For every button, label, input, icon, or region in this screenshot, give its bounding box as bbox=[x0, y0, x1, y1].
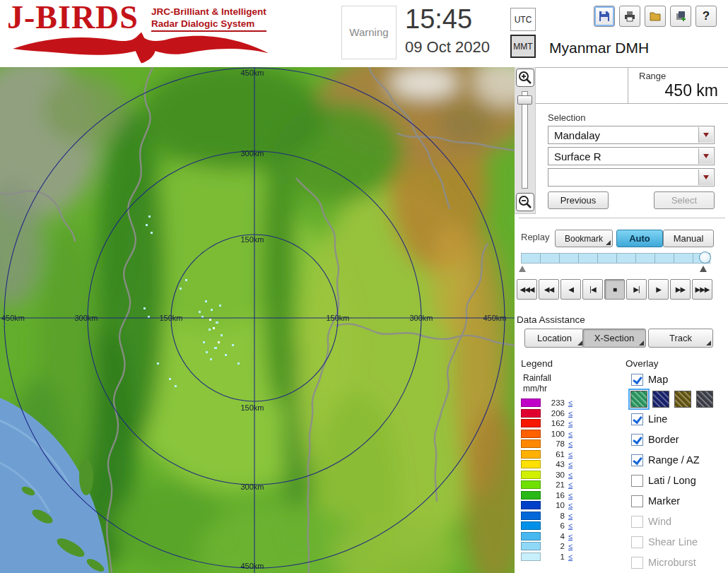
legend-value: 8 bbox=[542, 512, 565, 520]
product-dropdown[interactable]: Surface R bbox=[548, 147, 715, 165]
eagle-logo-icon bbox=[10, 31, 271, 64]
location-button[interactable]: Location bbox=[524, 329, 585, 348]
playback-skip-end-button[interactable]: ▶▶▶ bbox=[692, 279, 712, 300]
lati-long-checkbox[interactable] bbox=[631, 475, 643, 487]
corner-triangle-icon bbox=[706, 341, 711, 345]
legend-lte-link[interactable]: ≤ bbox=[568, 419, 573, 427]
line-checkbox[interactable] bbox=[631, 413, 643, 425]
bookmark-label: Bookmark bbox=[565, 234, 603, 244]
import-button[interactable] bbox=[670, 6, 691, 27]
previous-button[interactable]: Previous bbox=[548, 191, 609, 209]
legend-lte-link[interactable]: ≤ bbox=[568, 480, 573, 489]
zoom-slider-thumb[interactable] bbox=[517, 95, 532, 105]
legend-lte-link[interactable]: ≤ bbox=[568, 439, 573, 448]
option-dropdown-button[interactable] bbox=[698, 170, 713, 185]
zoom-in-icon bbox=[517, 70, 533, 85]
playback-stop-button[interactable]: ■ bbox=[604, 279, 625, 300]
legend-color-swatch bbox=[521, 553, 541, 561]
legend-title: Legend bbox=[521, 358, 553, 369]
legend-value: 61 bbox=[542, 450, 565, 459]
legend-lte-link[interactable]: ≤ bbox=[568, 512, 573, 520]
select-button[interactable]: Select bbox=[654, 191, 715, 209]
utc-button[interactable]: UTC bbox=[510, 8, 536, 31]
legend-row: 2≤ bbox=[521, 541, 573, 552]
data-assistance-label: Data Assistance bbox=[517, 314, 585, 325]
map-style-olive-swatch[interactable] bbox=[674, 391, 691, 408]
replay-timeline-thumb[interactable] bbox=[699, 252, 711, 264]
print-button[interactable] bbox=[619, 6, 640, 27]
ring-label: 300km bbox=[409, 314, 433, 322]
legend-value: 1 bbox=[542, 553, 565, 561]
legend-row: 100≤ bbox=[521, 429, 573, 439]
warning-button[interactable]: Warning bbox=[341, 6, 397, 59]
zoom-out-button[interactable] bbox=[516, 193, 534, 211]
bookmark-button[interactable]: Bookmark bbox=[555, 230, 613, 247]
legend-row: 43≤ bbox=[521, 459, 573, 470]
auto-button[interactable]: Auto bbox=[616, 230, 663, 247]
manual-button[interactable]: Manual bbox=[663, 230, 714, 247]
playback-fast-rewind-button[interactable]: ◀◀ bbox=[539, 279, 559, 300]
legend-lte-link[interactable]: ≤ bbox=[568, 542, 573, 550]
help-button[interactable]: ? bbox=[695, 6, 717, 27]
overlay-item-lati-long[interactable]: Lati / Long bbox=[631, 473, 696, 488]
legend-row: 16≤ bbox=[521, 490, 573, 501]
legend-lte-link[interactable]: ≤ bbox=[568, 460, 573, 468]
range-label: Range bbox=[639, 71, 666, 81]
overlay-item-shear-line: Shear Line bbox=[631, 535, 698, 549]
save-button[interactable] bbox=[594, 6, 615, 27]
open-folder-button[interactable] bbox=[645, 6, 666, 27]
playback-skip-start-button[interactable]: ◀◀◀ bbox=[517, 279, 537, 300]
legend-lte-link[interactable]: ≤ bbox=[568, 471, 573, 479]
ring-label: 450km bbox=[240, 69, 264, 77]
replay-timeline-track[interactable] bbox=[521, 253, 710, 264]
legend-lte-link[interactable]: ≤ bbox=[568, 521, 573, 530]
map-style-terrain-swatch[interactable] bbox=[630, 391, 647, 408]
marker-checkbox[interactable] bbox=[631, 495, 643, 507]
rainfall-legend: 233≤ 206≤ 162≤ 100≤ 78≤ 61≤ 43≤ 30≤ 21≤ … bbox=[521, 398, 573, 562]
legend-color-swatch bbox=[521, 501, 541, 509]
legend-row: 21≤ bbox=[521, 480, 573, 490]
border-checkbox[interactable] bbox=[631, 434, 643, 446]
logo-tagline-1: JRC-Brilliant & Intelligent bbox=[151, 6, 266, 18]
overlay-item-marker[interactable]: Marker bbox=[631, 494, 680, 508]
legend-value: 4 bbox=[542, 532, 565, 540]
legend-lte-link[interactable]: ≤ bbox=[568, 553, 573, 561]
legend-lte-link[interactable]: ≤ bbox=[568, 491, 573, 500]
radar-map-svg: 450km 300km 150km 150km 300km 450km 450k… bbox=[0, 67, 515, 573]
map-style-gray-swatch[interactable] bbox=[696, 391, 713, 408]
legend-lte-link[interactable]: ≤ bbox=[568, 409, 573, 418]
legend-lte-link[interactable]: ≤ bbox=[568, 501, 573, 509]
x-section-button[interactable]: X-Section bbox=[582, 329, 646, 348]
track-button[interactable]: Track bbox=[648, 329, 713, 348]
legend-lte-link[interactable]: ≤ bbox=[568, 430, 573, 438]
microburst-checkbox bbox=[631, 557, 643, 569]
range-az-checkbox[interactable] bbox=[631, 454, 643, 466]
overlay-item-line[interactable]: Line bbox=[631, 412, 667, 426]
legend-lte-link[interactable]: ≤ bbox=[568, 450, 573, 459]
playback-step-forward-button[interactable]: ▶| bbox=[626, 279, 647, 300]
overlay-item-border[interactable]: Border bbox=[631, 432, 679, 447]
legend-lte-link[interactable]: ≤ bbox=[568, 398, 573, 407]
option-dropdown[interactable] bbox=[548, 168, 715, 187]
playback-fast-forward-button[interactable]: ▶▶ bbox=[670, 279, 691, 300]
site-dropdown[interactable]: Mandalay bbox=[548, 126, 715, 144]
radar-map-display[interactable]: 450km 300km 150km 150km 300km 450km 450k… bbox=[0, 67, 515, 573]
legend-lte-link[interactable]: ≤ bbox=[568, 532, 573, 540]
ring-label: 450km bbox=[240, 562, 264, 570]
playback-step-back-button[interactable]: |◀ bbox=[582, 279, 603, 300]
mmt-button[interactable]: MMT bbox=[510, 35, 536, 58]
header: J-BIRDS JRC-Brilliant & Intelligent Rada… bbox=[0, 0, 728, 67]
overlay-item-range-az[interactable]: Range / AZ bbox=[631, 453, 700, 467]
map-style-swatches bbox=[630, 391, 713, 408]
legend-color-swatch bbox=[521, 419, 541, 427]
map-style-navy-swatch[interactable] bbox=[652, 391, 669, 408]
playback-reverse-button[interactable]: ◀ bbox=[560, 279, 581, 300]
site-dropdown-button[interactable] bbox=[698, 127, 713, 143]
zoom-in-button[interactable] bbox=[516, 69, 534, 87]
map-checkbox[interactable] bbox=[631, 374, 643, 386]
product-dropdown-button[interactable] bbox=[698, 148, 713, 164]
legend-row: 4≤ bbox=[521, 531, 573, 542]
playback-play-button[interactable]: ▶ bbox=[648, 279, 669, 300]
overlay-item-map[interactable]: Map bbox=[631, 372, 668, 386]
zoom-slider-track[interactable] bbox=[522, 91, 528, 189]
